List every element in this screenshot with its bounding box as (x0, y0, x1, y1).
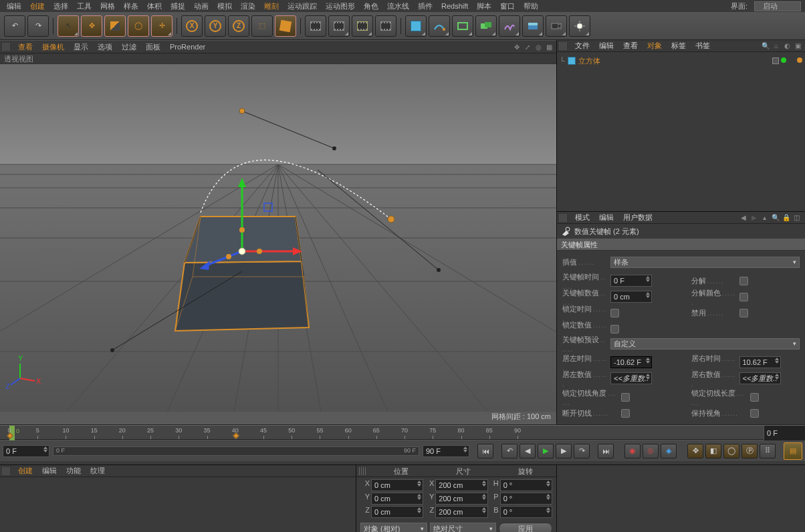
break-checkbox[interactable] (739, 277, 748, 285)
menu-item[interactable]: 帮助 (520, 1, 542, 12)
move-tool[interactable] (81, 15, 102, 37)
layout-dropdown[interactable]: 启动 (754, 1, 801, 11)
z-axis-lock[interactable]: Z (228, 15, 249, 37)
timeline-ruler[interactable]: (function(){var d=JSON.parse(document.ge… (0, 425, 805, 440)
vp-rotate-icon[interactable]: ◎ (534, 42, 543, 51)
breakcolor-checkbox[interactable] (739, 293, 748, 301)
attr-menu-item[interactable]: 编辑 (594, 212, 618, 223)
live-select-tool[interactable] (58, 15, 79, 37)
keyframe-options[interactable]: ◈ (661, 444, 677, 458)
obj-menu-item[interactable]: 编辑 (594, 40, 618, 51)
vp-menu-item[interactable]: ProRender (165, 42, 210, 51)
key-pla[interactable]: ⠿ (760, 444, 776, 458)
y-axis-lock[interactable]: Y (205, 15, 226, 37)
vp-menu-item[interactable]: 过滤 (117, 41, 141, 53)
search-icon[interactable]: 🔍 (771, 213, 780, 222)
layer-toggle[interactable] (772, 57, 779, 64)
menu-item[interactable]: 渲染 (237, 1, 259, 12)
mat-menu-item[interactable]: 功能 (62, 465, 86, 477)
add-cube[interactable] (405, 15, 427, 37)
goto-start[interactable]: ⏮ (477, 444, 493, 458)
key-pos[interactable]: ✥ (687, 444, 703, 458)
prev-frame[interactable]: ◀ (520, 444, 536, 458)
coord-field[interactable]: 0 cm (371, 506, 423, 518)
viewport-3d[interactable]: Y X Z 网格间距 : 100 cm (0, 64, 556, 424)
render-settings[interactable] (375, 15, 396, 37)
record-key[interactable]: ◉ (624, 444, 641, 458)
coord-field[interactable]: 200 cm (435, 479, 487, 491)
keytime-field[interactable]: 0 F (610, 275, 652, 287)
attr-menu-item[interactable]: 模式 (570, 212, 594, 223)
menu-item[interactable]: 窗口 (496, 1, 519, 12)
obj-menu-item[interactable]: 书签 (691, 40, 715, 51)
rotate-tool[interactable] (128, 15, 149, 37)
menu-item[interactable]: 编辑 (3, 1, 25, 12)
menu-item[interactable]: 工具 (73, 1, 96, 12)
eye-icon[interactable]: ◐ (782, 41, 792, 51)
redo-button[interactable] (27, 15, 49, 37)
last-tool[interactable] (151, 15, 172, 37)
add-spline[interactable] (429, 15, 450, 37)
next-frame[interactable]: ▶ (556, 444, 572, 458)
brkt-checkbox[interactable] (621, 409, 630, 418)
tree-item-cube[interactable]: └ 立方体 (560, 55, 802, 67)
menu-item[interactable]: 模拟 (213, 1, 236, 12)
menu-item[interactable]: 运动图形 (322, 1, 359, 12)
vp-menu-item[interactable]: 显示 (69, 41, 93, 53)
home-icon[interactable]: ⌂ (772, 41, 781, 51)
interp-dropdown[interactable]: 样条 (610, 257, 800, 268)
lock-icon[interactable]: 🔒 (782, 213, 790, 222)
object-tree[interactable]: └ 立方体 (557, 52, 805, 211)
add-camera[interactable] (546, 15, 567, 37)
size-mode-dropdown[interactable]: 绝对尺寸 (430, 523, 497, 532)
vp-menu-item[interactable]: 摄像机 (37, 41, 69, 53)
coord-system2[interactable] (275, 15, 296, 37)
end-field[interactable]: 90 F (423, 445, 469, 457)
lval-field[interactable]: <<多重数.. (610, 372, 652, 384)
add-deformer[interactable] (499, 15, 520, 37)
menu-item[interactable]: 捕捉 (166, 1, 189, 12)
coord-field[interactable]: 200 cm (435, 506, 487, 518)
vis-dot[interactable] (781, 57, 786, 63)
tlen-checkbox[interactable] (750, 393, 759, 402)
menu-item[interactable]: 脚本 (473, 1, 495, 12)
add-light[interactable] (569, 15, 590, 37)
vp-zoom-icon[interactable]: ⤢ (523, 42, 532, 51)
mat-menu-item[interactable]: 创建 (13, 465, 37, 477)
vp-menu-item[interactable]: 选项 (93, 41, 117, 53)
menu-item[interactable]: 体积 (143, 1, 166, 12)
frame-field[interactable]: 0 F (764, 426, 805, 440)
coord-field[interactable]: 0 cm (371, 479, 423, 491)
menu-item[interactable]: 角色 (360, 1, 382, 12)
add-generator2[interactable] (475, 15, 497, 37)
vp-nav-icon[interactable]: ✥ (512, 42, 522, 51)
coord-mode-dropdown[interactable]: 对象 (相对) (360, 523, 427, 532)
apply-button[interactable]: 应用 (499, 523, 552, 532)
render-pv[interactable] (328, 15, 350, 37)
scale-tool[interactable] (104, 15, 126, 37)
rval-field[interactable]: <<多重数.. (739, 372, 781, 384)
vp-menu-item[interactable]: 面板 (141, 41, 165, 53)
coord-field[interactable]: 0 ° (500, 493, 552, 505)
menu-item[interactable]: 流水线 (383, 1, 413, 12)
add-generator[interactable] (452, 15, 473, 37)
menu-item[interactable]: 样条 (120, 1, 142, 12)
render-view[interactable] (305, 15, 326, 37)
key-rot[interactable]: ◯ (723, 444, 739, 458)
new-icon[interactable]: ◫ (792, 213, 801, 222)
coord-field[interactable]: 0 ° (500, 506, 552, 518)
expand-icon[interactable]: ▣ (793, 41, 802, 51)
coord-system[interactable] (251, 15, 273, 37)
attr-menu-item[interactable]: 用户数据 (618, 212, 657, 223)
disable-checkbox[interactable] (739, 309, 748, 317)
start-field[interactable]: 0 F (3, 445, 49, 457)
rtime-field[interactable]: 10.62 F (739, 356, 781, 368)
goto-end[interactable]: ⏭ (598, 444, 614, 458)
vp-layout-icon[interactable]: ▦ (544, 42, 554, 51)
material-area[interactable] (0, 477, 356, 532)
locktime-checkbox[interactable] (610, 309, 619, 317)
add-environment[interactable] (522, 15, 544, 37)
up-icon[interactable]: ▴ (760, 213, 769, 222)
menu-item[interactable]: Redshift (437, 1, 472, 11)
search-icon[interactable]: 🔍 (761, 41, 770, 51)
